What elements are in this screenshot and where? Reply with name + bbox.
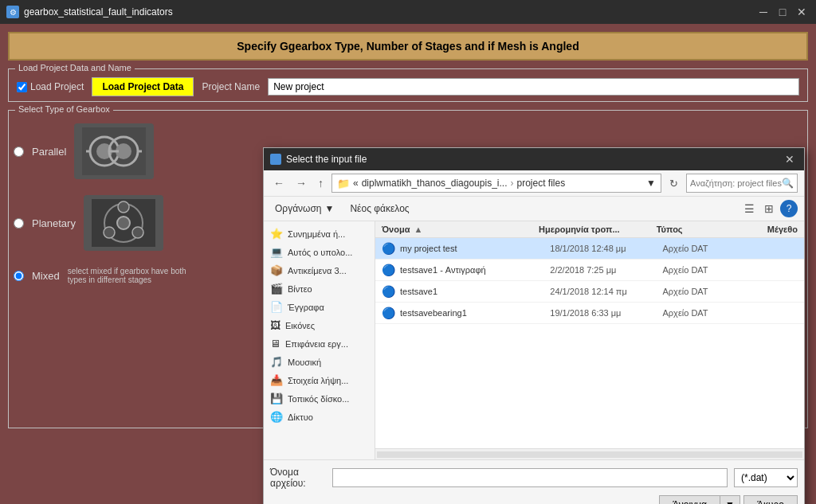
maximize-button[interactable]: □ bbox=[775, 4, 790, 20]
desktop-icon: 🖥 bbox=[270, 338, 280, 350]
svg-point-12 bbox=[132, 227, 143, 238]
minimize-button[interactable]: ─ bbox=[755, 4, 771, 20]
video-icon: 🎬 bbox=[270, 283, 283, 295]
parallel-gear-svg bbox=[82, 127, 146, 175]
nav-item-localdisk[interactable]: 💾 Τοπικός δίσκο... bbox=[264, 389, 375, 408]
filename-input[interactable] bbox=[332, 468, 728, 487]
music-icon: 🎵 bbox=[270, 356, 283, 368]
new-folder-button[interactable]: Νέος φάκελος bbox=[345, 201, 414, 217]
file-date-1: 2/2/2018 7:25 μμ bbox=[550, 265, 662, 275]
file-date-2: 24/1/2018 12:14 πμ bbox=[550, 287, 662, 296]
nav-item-desktop[interactable]: 🖥 Επιφάνεια εργ... bbox=[264, 334, 375, 353]
nav-label-network: Δίκτυο bbox=[288, 412, 313, 422]
forward-button[interactable]: → bbox=[292, 175, 310, 191]
cancel-button[interactable]: Άκυρο bbox=[743, 495, 798, 504]
breadcrumb-dropdown[interactable]: ▼ bbox=[646, 178, 656, 189]
col-type-label: Τύπος bbox=[657, 225, 683, 234]
view-grid-button[interactable]: ⊞ bbox=[761, 201, 777, 217]
file-item-2[interactable]: 🔵 testsave1 24/1/2018 12:14 πμ Αρχείο DA… bbox=[375, 281, 804, 303]
search-input[interactable] bbox=[690, 178, 782, 188]
radio-parallel[interactable] bbox=[14, 147, 24, 157]
gear-image-planetary bbox=[84, 195, 163, 251]
file-type-2: Αρχείο DAT bbox=[663, 287, 738, 296]
nav-item-images[interactable]: 🖼 Εικόνες bbox=[264, 316, 375, 334]
back-button[interactable]: ← bbox=[270, 175, 288, 191]
open-btn-group: Άνοιγμα ▼ bbox=[659, 495, 740, 504]
label-parallel: Parallel bbox=[32, 146, 66, 158]
col-date-header[interactable]: Ημερομηνία τροπ... bbox=[539, 225, 657, 234]
file-date-3: 19/1/2018 6:33 μμ bbox=[550, 308, 662, 318]
nav-label-music: Μουσική bbox=[288, 357, 321, 367]
dialog-icon bbox=[270, 154, 281, 165]
nav-label-downloads: Στοιχεία λήψη... bbox=[288, 376, 348, 385]
images-icon: 🖼 bbox=[270, 319, 280, 331]
col-name-header[interactable]: Όνομα ▲ bbox=[382, 225, 539, 234]
dialog-title-bar: Select the input file ✕ bbox=[264, 148, 804, 170]
radio-planetary[interactable] bbox=[14, 218, 24, 229]
file-icon-1: 🔵 bbox=[382, 264, 395, 276]
project-name-input[interactable] bbox=[268, 78, 799, 96]
app-title: gearbox_statistical_fault_indicators bbox=[24, 6, 173, 18]
breadcrumb-bar[interactable]: 📁 « diplwmatikh_thanos_diagoupis_i... › … bbox=[332, 174, 661, 193]
nav-item-3dobjects[interactable]: 📦 Αντικείμενα 3... bbox=[264, 261, 375, 279]
dialog-nav-panel: ⭐ Συνημμένα ή... 💻 Αυτός ο υπολο... 📦 Αν… bbox=[264, 221, 375, 459]
title-bar-left: ⚙ gearbox_statistical_fault_indicators bbox=[6, 6, 173, 18]
col-size-header[interactable]: Μέγεθο bbox=[735, 225, 798, 234]
breadcrumb-prefix: « bbox=[353, 178, 359, 189]
horizontal-scrollbar[interactable] bbox=[375, 448, 804, 459]
dialog-title-left: Select the input file bbox=[270, 154, 367, 165]
help-button[interactable]: ? bbox=[780, 200, 798, 217]
open-button[interactable]: Άνοιγμα bbox=[659, 495, 720, 504]
nav-item-network[interactable]: 🌐 Δίκτυο bbox=[264, 408, 375, 426]
up-button[interactable]: ↑ bbox=[315, 175, 327, 191]
sort-arrow: ▲ bbox=[414, 225, 422, 234]
dialog-toolbar: ← → ↑ 📁 « diplwmatikh_thanos_diagoupis_i… bbox=[264, 170, 804, 197]
view-list-button[interactable]: ☰ bbox=[741, 201, 758, 217]
nav-item-music[interactable]: 🎵 Μουσική bbox=[264, 353, 375, 371]
refresh-button[interactable]: ↻ bbox=[666, 176, 681, 191]
app-icon: ⚙ bbox=[6, 6, 19, 18]
search-box[interactable]: 🔍 bbox=[686, 174, 798, 193]
filename-label: Όνομα αρχείου: bbox=[270, 467, 326, 489]
organize-button[interactable]: Οργάνωση ▼ bbox=[270, 201, 339, 217]
load-project-checkbox[interactable] bbox=[17, 82, 27, 92]
filename-row: Όνομα αρχείου: (*.dat) bbox=[270, 467, 798, 489]
hscroll-inner bbox=[377, 451, 802, 458]
col-type-header[interactable]: Τύπος bbox=[657, 225, 735, 234]
filetype-select[interactable]: (*.dat) bbox=[734, 468, 798, 487]
nav-item-documents[interactable]: 📄 Έγγραφα bbox=[264, 298, 375, 316]
breadcrumb-path1: diplwmatikh_thanos_diagoupis_i... bbox=[362, 178, 508, 189]
project-name-label: Project Name bbox=[202, 81, 260, 92]
favorites-icon: ⭐ bbox=[270, 228, 283, 240]
open-button-arrow[interactable]: ▼ bbox=[720, 495, 740, 504]
gearbox-option-mixed: Mixed select mixed if gearbox have both … bbox=[14, 267, 269, 284]
file-name-2: testsave1 bbox=[400, 287, 550, 296]
breadcrumb-path2: project files bbox=[516, 178, 565, 189]
load-project-button[interactable]: Load Project Data bbox=[92, 77, 194, 96]
nav-label-desktop: Επιφάνεια εργ... bbox=[285, 339, 348, 349]
file-item-0[interactable]: 🔵 my project test 18/1/2018 12:48 μμ Αρχ… bbox=[375, 238, 804, 260]
dialog-bottom: Όνομα αρχείου: (*.dat) Άνοιγμα ▼ Άκυρο bbox=[264, 459, 804, 504]
nav-label-images: Εικόνες bbox=[285, 321, 315, 330]
checkbox-text: Load Project bbox=[30, 81, 84, 92]
nav-label-computer: Αυτός ο υπολο... bbox=[288, 248, 352, 257]
nav-label-video: Βίντεο bbox=[288, 284, 312, 294]
gearbox-option-parallel: Parallel bbox=[14, 123, 269, 179]
load-project-checkbox-label[interactable]: Load Project bbox=[17, 81, 84, 92]
label-planetary: Planetary bbox=[32, 217, 76, 229]
load-project-row: Load Project Load Project Data Project N… bbox=[17, 77, 799, 96]
organize-label: Οργάνωση bbox=[275, 203, 322, 214]
dialog-close-button[interactable]: ✕ bbox=[782, 151, 798, 167]
search-icon: 🔍 bbox=[782, 178, 794, 189]
title-bar: ⚙ gearbox_statistical_fault_indicators ─… bbox=[0, 0, 816, 24]
file-item-1[interactable]: 🔵 testsave1 - Αντιγραφή 2/2/2018 7:25 μμ… bbox=[375, 260, 804, 281]
nav-item-computer[interactable]: 💻 Αυτός ο υπολο... bbox=[264, 243, 375, 261]
file-item-3[interactable]: 🔵 testsavebearing1 19/1/2018 6:33 μμ Αρχ… bbox=[375, 303, 804, 324]
radio-mixed[interactable] bbox=[14, 271, 24, 281]
gearbox-options: Parallel bbox=[14, 123, 269, 284]
close-button[interactable]: ✕ bbox=[794, 4, 810, 20]
nav-item-video[interactable]: 🎬 Βίντεο bbox=[264, 279, 375, 298]
gearbox-option-planetary: Planetary bbox=[14, 195, 269, 251]
nav-item-downloads[interactable]: 📥 Στοιχεία λήψη... bbox=[264, 371, 375, 389]
nav-item-favorites[interactable]: ⭐ Συνημμένα ή... bbox=[264, 225, 375, 243]
